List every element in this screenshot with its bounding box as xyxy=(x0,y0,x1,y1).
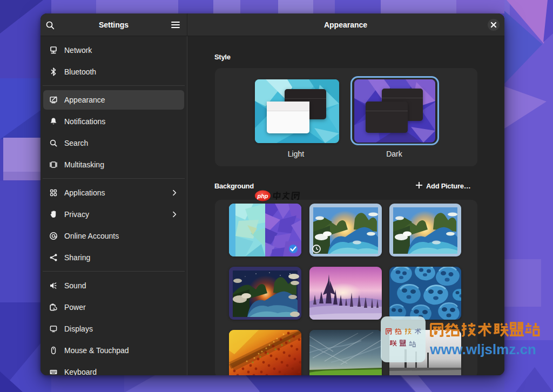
svg-text:php: php xyxy=(257,193,268,199)
svg-text:www.wljslmz.cn: www.wljslmz.cn xyxy=(429,341,536,357)
